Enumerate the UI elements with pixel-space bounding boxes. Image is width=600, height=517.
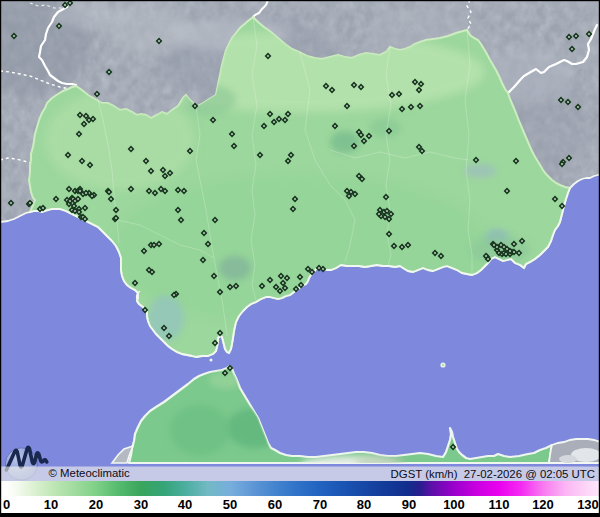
svg-text:30: 30 [134, 497, 148, 512]
svg-text:80: 80 [357, 497, 371, 512]
svg-text:DGST (km/h) 27-02-2026 @ 02:0: DGST (km/h) 27-02-2026 @ 02:05 UTC [391, 468, 595, 480]
svg-text:70: 70 [313, 497, 327, 512]
svg-text:120: 120 [532, 497, 554, 512]
svg-text:100: 100 [443, 497, 465, 512]
svg-text:130: 130 [577, 497, 599, 512]
svg-text:50: 50 [223, 497, 237, 512]
svg-text:© Meteoclimatic: © Meteoclimatic [49, 467, 130, 479]
svg-text:40: 40 [178, 497, 192, 512]
svg-text:90: 90 [402, 497, 416, 512]
svg-text:60: 60 [268, 497, 282, 512]
svg-text:20: 20 [89, 497, 103, 512]
svg-text:10: 10 [44, 497, 58, 512]
svg-text:0: 0 [3, 497, 10, 512]
svg-text:110: 110 [489, 497, 510, 512]
